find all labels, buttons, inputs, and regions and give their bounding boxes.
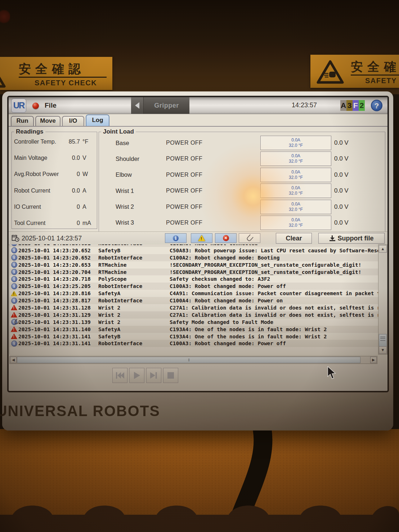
- log-vertical-scrollbar[interactable]: ▲ ▼: [378, 244, 387, 355]
- scroll-right-button[interactable]: ▶: [370, 357, 377, 363]
- skip-start-button[interactable]: [112, 368, 127, 383]
- clear-button[interactable]: Clear: [276, 233, 312, 244]
- reading-row: Avg.Robot Power 0 W: [14, 171, 95, 177]
- skip-end-icon: [150, 371, 158, 379]
- log-horizontal-scrollbar[interactable]: ◀ ‖ ▶: [9, 356, 377, 364]
- skip-start-icon: [116, 371, 124, 379]
- log-row[interactable]: ! 2025-10-01 14:23:28.816 SafetyA C4A91:…: [10, 290, 378, 297]
- back-arrow-icon: [135, 102, 139, 109]
- log-row[interactable]: i 2025-10-01 14:23:28.817 RobotInterface…: [10, 297, 378, 304]
- readings-title: Readings: [14, 128, 45, 135]
- joint-name: Shoulder: [99, 155, 166, 162]
- tab[interactable]: Run: [11, 116, 34, 126]
- log-datetime: 2025-10-01 14:23:57: [22, 235, 82, 242]
- log-row[interactable]: i 2025-10-01 14:23:31.139 Wrist 2 Safety…: [10, 319, 378, 326]
- tab[interactable]: I/O: [62, 116, 84, 126]
- joint-load-title: Joint Load: [101, 128, 136, 135]
- log-row[interactable]: ! 2025-10-01 14:23:31.128 Wrist 2 C27A1:…: [10, 304, 378, 311]
- gripper-tab[interactable]: Gripper: [144, 97, 189, 114]
- scroll-left-button[interactable]: ◀: [10, 357, 17, 363]
- background-wall-bottom: [0, 429, 399, 532]
- log-level-icon: !: [10, 304, 18, 311]
- scroll-up-button[interactable]: ▲: [379, 245, 387, 253]
- transport-controls: [112, 368, 178, 383]
- joint-temperature: 32.0 °F: [289, 143, 303, 148]
- joint-status: POWER OFF: [166, 220, 260, 226]
- scroll-down-button[interactable]: ▼: [379, 346, 387, 354]
- help-button[interactable]: ?: [371, 100, 382, 111]
- joint-name: Base: [99, 140, 166, 146]
- log-message: C4A91: Communication issue: Packet count…: [170, 290, 378, 296]
- play-button[interactable]: [129, 368, 144, 383]
- joint-status: POWER OFF: [166, 140, 260, 146]
- log-message: !SECONDARY_PROGRAM_EXCEPTION_set_runstat…: [170, 269, 378, 275]
- sticker-rule: [19, 77, 107, 78]
- log-row[interactable]: ! 2025-10-01 14:23:31.129 Wrist 2 C27A1:…: [10, 311, 378, 319]
- warning-icon: !: [198, 235, 205, 241]
- log-row[interactable]: i 2025-10-01 14:23:20.651 RobotInterface…: [10, 244, 378, 247]
- log-source: PolyScope: [98, 276, 170, 282]
- reading-value: 0.0: [61, 188, 80, 194]
- log-row[interactable]: i 2025-10-01 14:23:20.718 PolyScope Safe…: [10, 275, 378, 283]
- joint-status: POWER OFF: [166, 204, 260, 210]
- log-row[interactable]: ! 2025-10-01 14:23:31.141 SafetyB C193A4…: [10, 333, 378, 340]
- horizontal-scroll-thumb[interactable]: ‖: [17, 357, 360, 363]
- file-menu[interactable]: File: [45, 102, 57, 109]
- reading-value: 85.7: [61, 139, 80, 145]
- log-message: Safety Mode changed to Fault Mode: [170, 319, 378, 325]
- log-level-icon: i: [10, 319, 18, 326]
- joint-name: Wrist 2: [99, 203, 166, 210]
- log-row[interactable]: ! 2025-10-01 14:23:31.140 SafetyA C193A4…: [10, 326, 378, 333]
- reading-value: 0.0: [61, 155, 80, 161]
- log-message: C50A83: Robot powerup issue: Last CPU re…: [170, 248, 378, 253]
- log-timestamp: 2025-10-01 14:23:31.141: [18, 334, 98, 339]
- log-level-icon: i: [10, 283, 18, 290]
- reading-unit: A: [82, 188, 95, 194]
- log-row[interactable]: i 2025-10-01 14:23:25.205 RobotInterface…: [10, 283, 378, 290]
- log-row[interactable]: i 2025-10-01 14:23:20.704 RTMachine !SEC…: [10, 269, 378, 276]
- download-icon: [329, 235, 335, 241]
- background-object: [0, 9, 10, 24]
- sticker-rule: [351, 75, 399, 76]
- log-row[interactable]: i 2025-10-01 14:23:20.653 RTMachine !SEC…: [10, 261, 378, 269]
- filter-warning-button[interactable]: !: [191, 233, 212, 243]
- log-row[interactable]: i 2025-10-01 14:23:31.141 RobotInterface…: [10, 340, 378, 347]
- paperclip-icon: [246, 234, 253, 242]
- reading-label: IO Current: [14, 204, 61, 210]
- tab[interactable]: Move: [35, 116, 60, 126]
- support-file-button[interactable]: Support file: [318, 233, 385, 244]
- log-row[interactable]: i 2025-10-01 14:23:20.652 RobotInterface…: [10, 254, 378, 261]
- log-level-icon: !: [10, 333, 18, 340]
- filter-attachment-button[interactable]: [239, 233, 260, 243]
- reading-unit: mA: [82, 220, 95, 226]
- filter-info-button[interactable]: i: [165, 233, 187, 243]
- log-row[interactable]: i 2025-10-01 14:23:20.652 SafetyB C50A83…: [10, 247, 378, 254]
- status-led-icon: [32, 103, 39, 109]
- log-toolbar: 2025-10-01 14:23:57 i ! ✕ Clear Support …: [9, 231, 387, 245]
- back-button[interactable]: [131, 97, 144, 114]
- log-message: C100A3: Robot changed mode: Power off: [170, 341, 378, 346]
- joint-name: Wrist 3: [99, 219, 166, 226]
- brand-text: UNIVERSAL ROBOTS: [0, 402, 198, 420]
- filter-error-button[interactable]: ✕: [215, 233, 237, 243]
- skip-end-button[interactable]: [146, 368, 161, 383]
- reading-label: Tool Current: [14, 220, 61, 226]
- reading-value: 0: [61, 204, 80, 210]
- log-source: Wrist 2: [98, 319, 170, 325]
- joint-load-meter: 0.0A 32.0 °F: [260, 168, 331, 182]
- log-source: RobotInterface: [98, 341, 170, 346]
- log-message: C100A4: Robot changed mode: Power on: [170, 298, 378, 303]
- stop-button[interactable]: [163, 368, 178, 383]
- reading-unit: V: [82, 155, 95, 161]
- ur-logo: UR: [11, 99, 26, 113]
- reading-label: Main Voltage: [14, 155, 61, 161]
- log-level-icon: i: [10, 247, 18, 254]
- log-message: C100A3: Robot changed mode: Power off: [170, 283, 378, 289]
- vertical-scroll-thumb[interactable]: [379, 334, 387, 347]
- safety-sticker-right-en: SAFETY CHECK: [365, 77, 399, 84]
- joint-row: Wrist 1 POWER OFF 0.0A 32.0 °F 0.0 V: [99, 184, 383, 198]
- joint-current: 0.0A: [291, 153, 300, 159]
- log-timestamp: 2025-10-01 14:23:20.651: [18, 244, 98, 246]
- log-source: RTMachine: [98, 262, 170, 268]
- tab[interactable]: Log: [86, 114, 109, 126]
